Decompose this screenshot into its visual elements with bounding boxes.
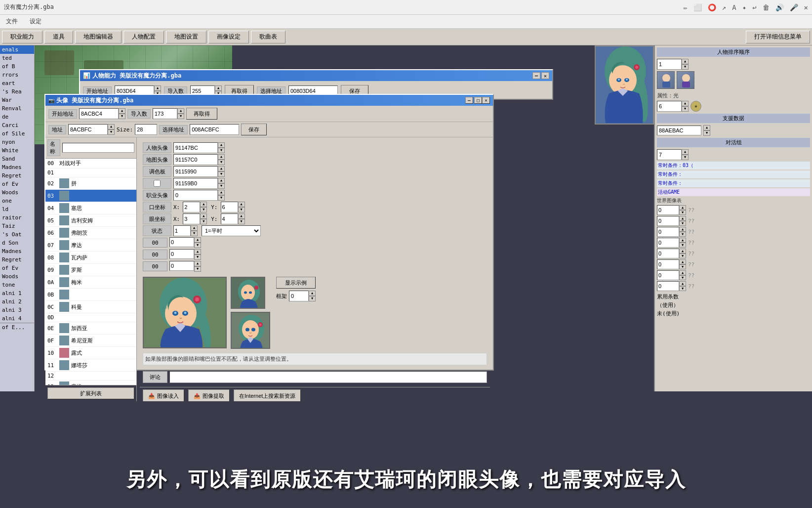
qa-down-0[interactable]: ▼ — [679, 210, 686, 215]
support-spin-up[interactable]: ▲ — [703, 125, 710, 130]
toolbar-music[interactable]: 歌曲表 — [251, 31, 285, 43]
qa-input-5[interactable] — [657, 259, 679, 269]
qa-down-7[interactable]: ▼ — [679, 286, 686, 291]
sort-spinbox[interactable]: ▲ ▼ — [657, 59, 689, 70]
toolbar-image-settings[interactable]: 画像设定 — [208, 31, 249, 43]
import-image-btn[interactable]: 📥 图像读入 — [143, 389, 184, 401]
head-list-item-0b[interactable]: 0B — [45, 289, 136, 301]
circle-icon[interactable]: ⭕ — [708, 3, 716, 11]
checkbox-spinbox[interactable]: ▲ ▼ — [173, 178, 225, 189]
sidebar-item-6[interactable]: War — [0, 96, 34, 104]
start-addr-up[interactable]: ▲ — [154, 85, 161, 91]
sidebar-item-28[interactable]: tone — [0, 281, 34, 289]
palette-down[interactable]: ▼ — [218, 171, 225, 177]
sidebar-item-19[interactable]: ld — [0, 205, 34, 213]
head-addr-input[interactable] — [68, 124, 108, 135]
char-head-up[interactable]: ▲ — [218, 142, 225, 148]
eye-x-input[interactable] — [183, 213, 200, 224]
checkbox-up[interactable]: ▲ — [218, 178, 225, 183]
sidebar-item-30[interactable]: alni 2 — [0, 297, 34, 306]
qa-down-2[interactable]: ▼ — [679, 232, 686, 237]
head-name-input[interactable] — [62, 143, 134, 153]
sidebar-item-1[interactable]: ted — [0, 54, 34, 62]
frame-up[interactable]: ▲ — [309, 291, 316, 296]
sidebar-item-25[interactable]: Regret — [0, 255, 34, 264]
mouth-x-up[interactable]: ▲ — [200, 202, 207, 207]
toolbar-map-settings[interactable]: 地图设置 — [166, 31, 206, 43]
head-start-addr-input[interactable] — [79, 108, 119, 119]
frame-spinbox[interactable]: ▲ ▼ — [289, 291, 316, 301]
mouth-x-spinbox[interactable]: ▲ ▼ — [183, 202, 207, 212]
qa-up-7[interactable]: ▲ — [679, 281, 686, 286]
toolbar-job-ability[interactable]: 职业能力 — [2, 31, 42, 43]
volume-icon[interactable]: 🔊 — [775, 3, 784, 11]
sort-input[interactable] — [657, 59, 682, 70]
toolbar-char-config[interactable]: 人物配置 — [123, 31, 164, 43]
head-list-item-0f[interactable]: 0F 希尼亚斯 — [45, 335, 136, 347]
qa-input-2[interactable] — [657, 227, 679, 237]
head-close-btn[interactable]: ✕ — [482, 97, 490, 104]
charabily-close[interactable]: ✕ — [541, 72, 549, 79]
head-list-item-04[interactable]: 04 塞思 — [45, 202, 136, 214]
close-app-icon[interactable]: ✕ — [804, 3, 808, 11]
dialog-spin-down[interactable]: ▼ — [682, 155, 689, 160]
text-icon[interactable]: A — [732, 3, 736, 11]
mouth-y-down[interactable]: ▼ — [238, 207, 245, 212]
edit-icon[interactable]: ✏️ — [683, 3, 687, 11]
support-input[interactable]: 88AEBAC — [657, 126, 701, 135]
head-addr-spin-up[interactable]: ▲ — [108, 124, 115, 129]
qa-spinbox-0[interactable]: ▲▼ — [657, 205, 686, 215]
sidebar-item-27[interactable]: Woods — [0, 272, 34, 281]
qa-down-3[interactable]: ▼ — [679, 243, 686, 248]
palette-spinbox[interactable]: ▲ ▼ — [173, 166, 225, 177]
sidebar-item-2[interactable]: of B — [0, 62, 34, 71]
eye-y-spinbox[interactable]: ▲ ▼ — [221, 213, 245, 224]
status-spinbox[interactable]: ▲ ▼ — [173, 225, 198, 236]
export-image-btn[interactable]: 📤 图像提取 — [188, 389, 230, 401]
qa-spinbox-3[interactable]: ▲▼ — [657, 238, 686, 248]
qa-spinbox-5[interactable]: ▲▼ — [657, 259, 686, 269]
sidebar-item-26[interactable]: of Ev — [0, 264, 34, 272]
import-count-up[interactable]: ▲ — [215, 85, 222, 91]
head-list-item-00[interactable]: 00 对战对手 — [45, 159, 136, 169]
head-list-item-02[interactable]: 02 拼 — [45, 177, 136, 190]
qa-down-4[interactable]: ▼ — [679, 254, 686, 258]
sidebar-item-14[interactable]: Madnes — [0, 163, 34, 171]
sidebar-item-15[interactable]: Regret — [0, 171, 34, 180]
char-head-down[interactable]: ▼ — [218, 148, 225, 153]
head-start-spin-up[interactable]: ▲ — [119, 108, 125, 114]
head-list-item-0a[interactable]: 0A 梅米 — [45, 276, 136, 289]
frame-input[interactable] — [289, 291, 309, 301]
head-list-item-13[interactable]: 13 库格 — [45, 381, 136, 385]
eye-x-up[interactable]: ▲ — [200, 213, 207, 219]
mouth-y-spinbox[interactable]: ▲ ▼ — [221, 202, 245, 212]
sidebar-item-9[interactable]: Carci — [0, 121, 34, 129]
attr-input[interactable] — [657, 101, 682, 112]
search-resource-btn[interactable]: 在Internet上搜索新资源 — [234, 389, 301, 401]
head-start-addr-spinbox[interactable]: ▲ ▼ — [79, 108, 125, 119]
qa-spinbox-7[interactable]: ▲▼ — [657, 281, 686, 291]
zero-up-1[interactable]: ▲ — [194, 237, 201, 243]
zero-input-1[interactable] — [169, 237, 194, 247]
sidebar-item-33[interactable]: of E... — [0, 323, 34, 332]
status-down[interactable]: ▼ — [191, 231, 198, 236]
eye-y-up[interactable]: ▲ — [238, 213, 245, 219]
sort-spin-down[interactable]: ▼ — [682, 64, 689, 70]
qa-spinbox-4[interactable]: ▲▼ — [657, 249, 686, 258]
head-save-btn[interactable]: 保存 — [241, 124, 267, 135]
qa-up-3[interactable]: ▲ — [679, 238, 686, 243]
checkbox-input[interactable] — [173, 178, 218, 189]
sidebar-item-22[interactable]: 's Oat — [0, 230, 34, 239]
status-up[interactable]: ▲ — [191, 225, 198, 231]
qa-spinbox-1[interactable]: ▲▼ — [657, 216, 686, 226]
sidebar-item-8[interactable]: de — [0, 113, 34, 121]
sidebar-item-18[interactable]: one — [0, 197, 34, 205]
head-import-spin-up[interactable]: ▲ — [177, 108, 184, 114]
zero-spinbox-3[interactable]: ▲ ▼ — [169, 261, 201, 272]
head-list-item-11[interactable]: 11 娜塔莎 — [45, 359, 136, 372]
head-re-acquire-btn[interactable]: 再取得 — [186, 108, 217, 120]
char-head-spinbox[interactable]: ▲ ▼ — [173, 142, 225, 153]
eye-y-down[interactable]: ▼ — [238, 219, 245, 224]
menu-file[interactable]: 文件 — [4, 16, 20, 27]
head-import-count-spinbox[interactable]: ▲ ▼ — [153, 108, 184, 119]
